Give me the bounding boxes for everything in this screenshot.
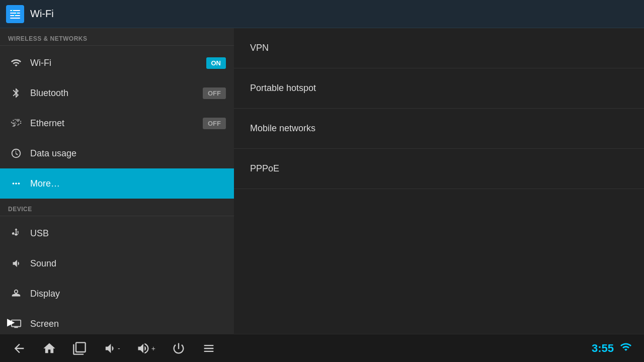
pppoe-label: PPPoE (250, 163, 279, 174)
volume-up-button[interactable]: + (136, 341, 155, 355)
mobile-networks-label: Mobile networks (250, 123, 315, 134)
sidebar-item-data-usage[interactable]: Data usage (0, 138, 234, 168)
section-header-device: DEVICE (0, 199, 234, 216)
content-panel: VPN Portable hotspot Mobile networks PPP… (234, 28, 644, 334)
volume-down-button[interactable]: - (103, 341, 120, 355)
title-bar: Wi-Fi (0, 0, 644, 28)
svg-rect-0 (10, 10, 20, 11)
sidebar: WIRELESS & NETWORKS Wi-Fi ON Bluetooth (0, 28, 234, 334)
power-button[interactable] (172, 341, 186, 355)
bluetooth-toggle[interactable]: OFF (203, 87, 226, 99)
sidebar-item-more[interactable]: More… (0, 168, 234, 199)
svg-rect-5 (16, 12, 17, 14)
sound-icon (8, 258, 24, 269)
wifi-status-icon (620, 341, 632, 356)
bottom-right-status: 3:55 (592, 341, 632, 356)
back-button[interactable] (12, 341, 26, 355)
data-usage-icon (8, 148, 24, 159)
divider (0, 45, 234, 46)
bluetooth-icon (8, 87, 24, 99)
sidebar-item-ethernet[interactable]: Ethernet OFF (0, 108, 234, 138)
vpn-label: VPN (250, 43, 269, 53)
wifi-label: Wi-Fi (30, 58, 51, 68)
more-label: More… (30, 178, 60, 189)
clock-display: 3:55 (592, 342, 614, 355)
content-item-pppoe[interactable]: PPPoE (234, 149, 644, 189)
svg-rect-1 (10, 13, 20, 14)
sidebar-item-usb[interactable]: USB (0, 218, 234, 248)
display-icon (8, 288, 24, 299)
content-item-portable-hotspot[interactable]: Portable hotspot (234, 68, 644, 109)
page-title: Wi-Fi (30, 8, 54, 20)
display-label: Display (30, 289, 60, 299)
section-header-wireless: WIRELESS & NETWORKS (0, 28, 234, 45)
main-layout: WIRELESS & NETWORKS Wi-Fi ON Bluetooth (0, 28, 644, 334)
screen-icon (8, 318, 24, 329)
content-item-vpn[interactable]: VPN (234, 28, 644, 68)
portable-hotspot-label: Portable hotspot (250, 83, 316, 94)
sidebar-item-screen[interactable]: Screen (0, 309, 234, 334)
sidebar-item-wifi[interactable]: Wi-Fi ON (0, 48, 234, 78)
wifi-icon (8, 57, 24, 68)
sidebar-item-bluetooth[interactable]: Bluetooth OFF (0, 78, 234, 108)
recent-apps-button[interactable] (72, 341, 87, 355)
usb-label: USB (30, 228, 49, 239)
ethernet-toggle[interactable]: OFF (203, 118, 226, 129)
svg-rect-6 (14, 15, 15, 17)
sidebar-item-sound[interactable]: Sound (0, 248, 234, 279)
bluetooth-label: Bluetooth (30, 88, 68, 99)
more-icon (8, 178, 24, 189)
ethernet-label: Ethernet (30, 118, 64, 129)
usb-icon (8, 228, 24, 239)
content-item-mobile-networks[interactable]: Mobile networks (234, 109, 644, 149)
data-usage-label: Data usage (30, 148, 76, 159)
screen-label: Screen (30, 319, 59, 329)
sound-label: Sound (30, 258, 56, 269)
home-button[interactable] (42, 341, 56, 355)
bottom-bar: ▶ - + 3:55 (0, 334, 644, 362)
divider-device (0, 216, 234, 216)
title-icon (6, 5, 24, 23)
ethernet-icon (8, 118, 24, 129)
svg-rect-4 (12, 10, 13, 12)
sidebar-item-display[interactable]: Display (0, 279, 234, 309)
menu-button[interactable] (202, 341, 216, 355)
wifi-toggle[interactable]: ON (206, 57, 226, 69)
svg-rect-3 (10, 18, 20, 19)
